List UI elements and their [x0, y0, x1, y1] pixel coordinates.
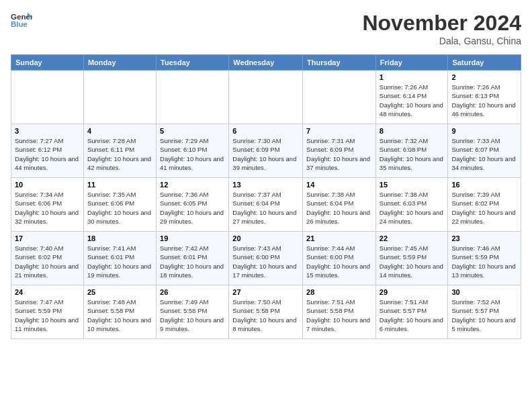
calendar-cell: 25Sunrise: 7:48 AM Sunset: 5:58 PM Dayli…: [83, 285, 156, 339]
day-number: 1: [380, 73, 445, 81]
day-info: Sunrise: 7:33 AM Sunset: 6:07 PM Dayligh…: [451, 136, 517, 172]
svg-text:Blue: Blue: [11, 20, 28, 28]
calendar-week-2: 3Sunrise: 7:27 AM Sunset: 6:12 PM Daylig…: [11, 124, 521, 178]
weekday-header-tuesday: Tuesday: [157, 55, 229, 71]
day-info: Sunrise: 7:38 AM Sunset: 6:03 PM Dayligh…: [380, 190, 445, 226]
calendar-cell: [229, 71, 303, 124]
calendar-cell: [157, 71, 229, 124]
calendar-table: SundayMondayTuesdayWednesdayThursdayFrid…: [11, 54, 521, 339]
day-info: Sunrise: 7:42 AM Sunset: 6:01 PM Dayligh…: [160, 244, 225, 279]
day-info: Sunrise: 7:38 AM Sunset: 6:04 PM Dayligh…: [306, 190, 372, 226]
day-number: 15: [380, 181, 445, 189]
day-number: 21: [306, 234, 372, 242]
calendar-week-1: 1Sunrise: 7:26 AM Sunset: 6:14 PM Daylig…: [11, 71, 521, 124]
calendar-cell: 17Sunrise: 7:40 AM Sunset: 6:02 PM Dayli…: [11, 232, 84, 285]
calendar-week-3: 10Sunrise: 7:34 AM Sunset: 6:06 PM Dayli…: [11, 178, 521, 232]
day-info: Sunrise: 7:31 AM Sunset: 6:09 PM Dayligh…: [306, 136, 372, 172]
day-number: 29: [380, 288, 445, 296]
day-info: Sunrise: 7:44 AM Sunset: 6:00 PM Dayligh…: [306, 244, 372, 279]
day-info: Sunrise: 7:51 AM Sunset: 5:57 PM Dayligh…: [380, 298, 445, 333]
calendar-week-4: 17Sunrise: 7:40 AM Sunset: 6:02 PM Dayli…: [11, 232, 521, 285]
day-info: Sunrise: 7:37 AM Sunset: 6:04 PM Dayligh…: [232, 190, 299, 226]
day-info: Sunrise: 7:26 AM Sunset: 6:14 PM Dayligh…: [380, 83, 445, 118]
calendar-cell: 3Sunrise: 7:27 AM Sunset: 6:12 PM Daylig…: [11, 124, 84, 178]
day-info: Sunrise: 7:51 AM Sunset: 5:58 PM Dayligh…: [306, 298, 372, 333]
calendar-cell: 28Sunrise: 7:51 AM Sunset: 5:58 PM Dayli…: [303, 285, 376, 339]
calendar-cell: [11, 71, 84, 124]
day-number: 17: [15, 234, 80, 242]
logo: General Blue: [11, 11, 32, 30]
calendar-cell: 6Sunrise: 7:30 AM Sunset: 6:09 PM Daylig…: [229, 124, 303, 178]
calendar-cell: 22Sunrise: 7:45 AM Sunset: 5:59 PM Dayli…: [375, 232, 448, 285]
calendar-cell: 11Sunrise: 7:35 AM Sunset: 6:06 PM Dayli…: [83, 178, 156, 232]
calendar-cell: 13Sunrise: 7:37 AM Sunset: 6:04 PM Dayli…: [229, 178, 303, 232]
calendar-cell: 2Sunrise: 7:26 AM Sunset: 6:13 PM Daylig…: [448, 71, 521, 124]
day-number: 11: [87, 181, 152, 189]
calendar-cell: 29Sunrise: 7:51 AM Sunset: 5:57 PM Dayli…: [375, 285, 448, 339]
day-info: Sunrise: 7:41 AM Sunset: 6:01 PM Dayligh…: [87, 244, 152, 279]
day-info: Sunrise: 7:47 AM Sunset: 5:59 PM Dayligh…: [15, 298, 80, 333]
day-info: Sunrise: 7:48 AM Sunset: 5:58 PM Dayligh…: [87, 298, 152, 333]
calendar-cell: 27Sunrise: 7:50 AM Sunset: 5:58 PM Dayli…: [229, 285, 303, 339]
day-info: Sunrise: 7:39 AM Sunset: 6:02 PM Dayligh…: [451, 190, 517, 226]
day-info: Sunrise: 7:30 AM Sunset: 6:09 PM Dayligh…: [232, 136, 299, 172]
day-number: 7: [306, 127, 372, 135]
day-number: 22: [380, 234, 445, 242]
day-info: Sunrise: 7:46 AM Sunset: 5:59 PM Dayligh…: [451, 244, 517, 279]
day-number: 6: [232, 127, 299, 135]
day-info: Sunrise: 7:36 AM Sunset: 6:05 PM Dayligh…: [160, 190, 225, 226]
day-number: 30: [451, 288, 517, 296]
calendar-cell: 8Sunrise: 7:32 AM Sunset: 6:08 PM Daylig…: [375, 124, 448, 178]
day-info: Sunrise: 7:40 AM Sunset: 6:02 PM Dayligh…: [15, 244, 80, 279]
weekday-header-wednesday: Wednesday: [229, 55, 303, 71]
day-number: 5: [160, 127, 225, 135]
day-number: 23: [451, 234, 517, 242]
calendar-cell: [303, 71, 376, 124]
calendar-cell: 18Sunrise: 7:41 AM Sunset: 6:01 PM Dayli…: [83, 232, 156, 285]
weekday-header-row: SundayMondayTuesdayWednesdayThursdayFrid…: [11, 55, 521, 71]
weekday-header-thursday: Thursday: [303, 55, 376, 71]
day-info: Sunrise: 7:28 AM Sunset: 6:11 PM Dayligh…: [87, 136, 152, 172]
day-number: 27: [232, 288, 299, 296]
day-info: Sunrise: 7:32 AM Sunset: 6:08 PM Dayligh…: [380, 136, 445, 172]
day-number: 14: [306, 181, 372, 189]
day-info: Sunrise: 7:27 AM Sunset: 6:12 PM Dayligh…: [15, 136, 80, 172]
calendar-cell: 9Sunrise: 7:33 AM Sunset: 6:07 PM Daylig…: [448, 124, 521, 178]
logo-icon: General Blue: [11, 11, 32, 30]
calendar-cell: 7Sunrise: 7:31 AM Sunset: 6:09 PM Daylig…: [303, 124, 376, 178]
location-subtitle: Dala, Gansu, China: [362, 36, 521, 46]
day-number: 20: [232, 234, 299, 242]
day-number: 9: [451, 127, 517, 135]
day-info: Sunrise: 7:50 AM Sunset: 5:58 PM Dayligh…: [232, 298, 299, 333]
day-info: Sunrise: 7:35 AM Sunset: 6:06 PM Dayligh…: [87, 190, 152, 226]
day-number: 12: [160, 181, 225, 189]
calendar-body: 1Sunrise: 7:26 AM Sunset: 6:14 PM Daylig…: [11, 71, 521, 339]
day-info: Sunrise: 7:43 AM Sunset: 6:00 PM Dayligh…: [232, 244, 299, 279]
day-number: 16: [451, 181, 517, 189]
weekday-header-monday: Monday: [83, 55, 156, 71]
calendar-cell: 5Sunrise: 7:29 AM Sunset: 6:10 PM Daylig…: [157, 124, 229, 178]
day-info: Sunrise: 7:29 AM Sunset: 6:10 PM Dayligh…: [160, 136, 225, 172]
calendar-cell: 15Sunrise: 7:38 AM Sunset: 6:03 PM Dayli…: [375, 178, 448, 232]
day-number: 2: [451, 73, 517, 81]
day-info: Sunrise: 7:26 AM Sunset: 6:13 PM Dayligh…: [451, 83, 517, 118]
day-number: 4: [87, 127, 152, 135]
weekday-header-saturday: Saturday: [448, 55, 521, 71]
day-number: 10: [15, 181, 80, 189]
calendar-cell: 20Sunrise: 7:43 AM Sunset: 6:00 PM Dayli…: [229, 232, 303, 285]
day-number: 26: [160, 288, 225, 296]
weekday-header-friday: Friday: [375, 55, 448, 71]
calendar-cell: 16Sunrise: 7:39 AM Sunset: 6:02 PM Dayli…: [448, 178, 521, 232]
calendar-cell: 19Sunrise: 7:42 AM Sunset: 6:01 PM Dayli…: [157, 232, 229, 285]
day-info: Sunrise: 7:52 AM Sunset: 5:57 PM Dayligh…: [451, 298, 517, 333]
day-number: 18: [87, 234, 152, 242]
title-block: November 2024 Dala, Gansu, China: [362, 11, 521, 46]
calendar-cell: 30Sunrise: 7:52 AM Sunset: 5:57 PM Dayli…: [448, 285, 521, 339]
day-number: 8: [380, 127, 445, 135]
month-title: November 2024: [362, 11, 521, 36]
day-info: Sunrise: 7:49 AM Sunset: 5:58 PM Dayligh…: [160, 298, 225, 333]
calendar-cell: 14Sunrise: 7:38 AM Sunset: 6:04 PM Dayli…: [303, 178, 376, 232]
day-number: 19: [160, 234, 225, 242]
calendar-week-5: 24Sunrise: 7:47 AM Sunset: 5:59 PM Dayli…: [11, 285, 521, 339]
day-number: 24: [15, 288, 80, 296]
